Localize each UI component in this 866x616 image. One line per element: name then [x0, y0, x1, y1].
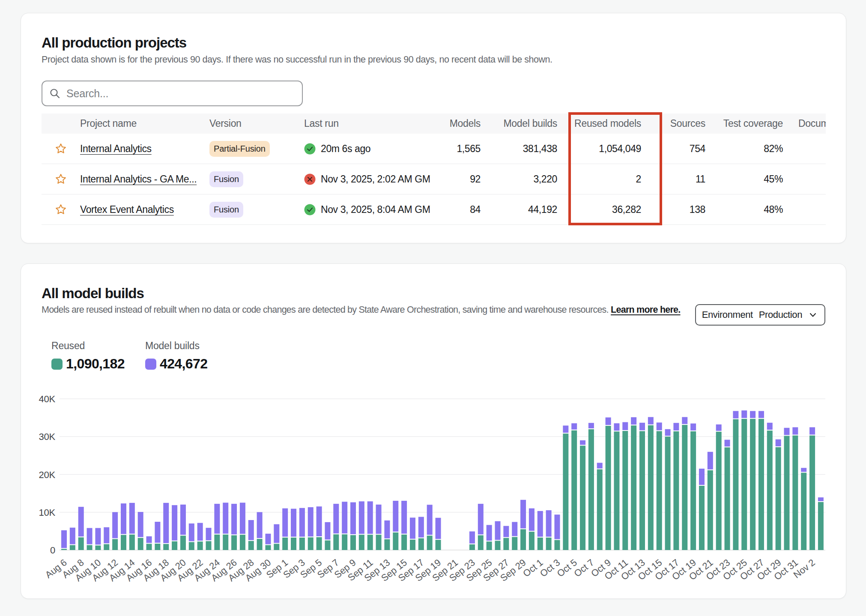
bar-builds-Sep 11[interactable]	[367, 501, 373, 534]
bar-builds-Aug 9[interactable]	[87, 528, 93, 544]
bar-reused-Oct 30[interactable]	[784, 436, 790, 550]
bar-reused-Oct 28[interactable]	[767, 431, 773, 550]
bar-reused-Sep 6[interactable]	[325, 540, 330, 550]
bar-builds-Oct 28[interactable]	[767, 423, 773, 430]
bar-reused-Aug 6[interactable]	[61, 549, 67, 550]
bar-builds-Oct 30[interactable]	[784, 428, 790, 435]
bar-reused-Aug 19[interactable]	[172, 541, 177, 550]
bar-reused-Sep 30[interactable]	[529, 532, 535, 550]
bar-reused-Aug 7[interactable]	[70, 545, 75, 550]
bar-reused-Aug 27[interactable]	[240, 535, 245, 550]
column-header-last_run[interactable]: Last run	[304, 118, 430, 129]
bar-reused-Aug 8[interactable]	[78, 537, 84, 550]
bar-reused-Oct 7[interactable]	[588, 429, 594, 550]
bar-reused-Sep 23[interactable]	[469, 544, 475, 550]
bar-builds-Oct 25[interactable]	[741, 410, 747, 418]
bar-builds-Oct 13[interactable]	[639, 423, 645, 431]
bar-reused-Aug 17[interactable]	[155, 544, 160, 550]
bar-reused-Aug 22[interactable]	[197, 541, 203, 550]
bar-builds-Oct 31[interactable]	[792, 427, 798, 434]
bar-reused-Oct 18[interactable]	[682, 425, 687, 550]
bar-builds-Oct 29[interactable]	[776, 440, 781, 446]
bar-reused-Oct 14[interactable]	[648, 425, 654, 550]
bar-builds-Oct 1[interactable]	[538, 511, 543, 537]
bar-reused-Aug 25[interactable]	[223, 535, 228, 550]
bar-builds-Oct 15[interactable]	[657, 422, 662, 430]
bar-reused-Aug 15[interactable]	[138, 538, 143, 550]
bar-reused-Aug 13[interactable]	[121, 535, 126, 550]
bar-reused-Oct 22[interactable]	[716, 432, 722, 550]
bar-reused-Nov 3[interactable]	[818, 502, 824, 550]
bar-reused-Aug 24[interactable]	[214, 535, 220, 550]
bar-builds-Aug 12[interactable]	[112, 512, 118, 538]
bar-reused-Oct 29[interactable]	[776, 447, 781, 550]
bar-reused-Oct 20[interactable]	[699, 486, 705, 550]
star-icon[interactable]	[55, 203, 67, 215]
bar-reused-Aug 31[interactable]	[274, 544, 279, 550]
bar-builds-Oct 9[interactable]	[606, 417, 611, 425]
bar-builds-Sep 17[interactable]	[418, 517, 424, 538]
bar-reused-Oct 23[interactable]	[725, 447, 730, 550]
bar-builds-Aug 10[interactable]	[95, 528, 101, 545]
bar-builds-Sep 26[interactable]	[495, 521, 501, 540]
star-icon[interactable]	[55, 173, 67, 185]
bar-reused-Sep 29[interactable]	[520, 529, 526, 550]
column-header-name[interactable]: Project name	[80, 118, 209, 129]
bar-reused-Oct 17[interactable]	[673, 431, 679, 550]
bar-builds-Sep 2[interactable]	[291, 509, 296, 537]
bar-builds-Aug 8[interactable]	[78, 507, 84, 536]
bar-builds-Sep 3[interactable]	[299, 508, 305, 537]
bar-reused-Sep 11[interactable]	[367, 535, 373, 550]
column-header-sources[interactable]: Sources	[641, 118, 705, 129]
bar-builds-Oct 10[interactable]	[614, 423, 619, 431]
bar-reused-Aug 20[interactable]	[180, 535, 186, 550]
bar-builds-Sep 9[interactable]	[350, 502, 356, 535]
bar-builds-Sep 28[interactable]	[512, 522, 517, 536]
bar-builds-Sep 19[interactable]	[436, 518, 441, 539]
bar-builds-Oct 4[interactable]	[563, 425, 568, 433]
bar-builds-Oct 23[interactable]	[725, 440, 730, 447]
bar-reused-Sep 18[interactable]	[427, 535, 433, 550]
bar-builds-Sep 1[interactable]	[282, 508, 288, 537]
bar-builds-Oct 14[interactable]	[648, 417, 654, 425]
bar-builds-Aug 28[interactable]	[248, 520, 254, 540]
bar-builds-Sep 15[interactable]	[401, 501, 407, 534]
search-input[interactable]	[66, 87, 289, 100]
bar-reused-Oct 13[interactable]	[639, 431, 645, 550]
bar-reused-Sep 24[interactable]	[478, 535, 484, 550]
bar-reused-Oct 3[interactable]	[554, 540, 560, 550]
bar-builds-Aug 25[interactable]	[223, 502, 228, 533]
bar-builds-Oct 2[interactable]	[546, 510, 552, 537]
bar-builds-Aug 31[interactable]	[274, 524, 279, 543]
column-header-test_coverage[interactable]: Test coverage	[705, 118, 783, 129]
bar-reused-Sep 17[interactable]	[418, 538, 424, 550]
bar-builds-Aug 18[interactable]	[163, 503, 169, 543]
bar-builds-Aug 17[interactable]	[155, 522, 160, 543]
bar-reused-Sep 16[interactable]	[410, 540, 415, 550]
bar-builds-Oct 24[interactable]	[733, 411, 738, 418]
star-icon[interactable]	[55, 143, 67, 155]
bar-reused-Aug 26[interactable]	[231, 535, 237, 550]
bar-reused-Aug 10[interactable]	[95, 545, 101, 550]
bar-reused-Oct 25[interactable]	[741, 419, 747, 550]
bar-reused-Oct 10[interactable]	[614, 431, 619, 550]
bar-builds-Aug 13[interactable]	[121, 503, 126, 534]
bar-builds-Oct 22[interactable]	[716, 425, 722, 431]
bar-reused-Sep 3[interactable]	[299, 538, 305, 550]
bar-reused-Sep 14[interactable]	[393, 532, 398, 550]
bar-builds-Aug 27[interactable]	[240, 502, 245, 534]
bar-reused-Aug 30[interactable]	[265, 545, 271, 550]
bar-reused-Aug 23[interactable]	[206, 541, 212, 550]
bar-builds-Sep 30[interactable]	[529, 508, 535, 531]
bar-reused-Sep 27[interactable]	[503, 538, 509, 550]
search-box[interactable]	[42, 81, 303, 106]
bar-builds-Sep 7[interactable]	[333, 504, 339, 533]
bar-builds-Aug 21[interactable]	[189, 523, 194, 541]
project-name-link[interactable]: Internal Analytics - GA Me...	[80, 173, 197, 185]
bar-builds-Aug 7[interactable]	[70, 528, 75, 544]
bar-builds-Nov 3[interactable]	[818, 497, 824, 501]
bar-reused-Oct 26[interactable]	[750, 419, 756, 550]
bar-builds-Oct 17[interactable]	[673, 423, 679, 431]
bar-builds-Sep 16[interactable]	[410, 517, 415, 538]
column-header-version[interactable]: Version	[209, 118, 304, 129]
